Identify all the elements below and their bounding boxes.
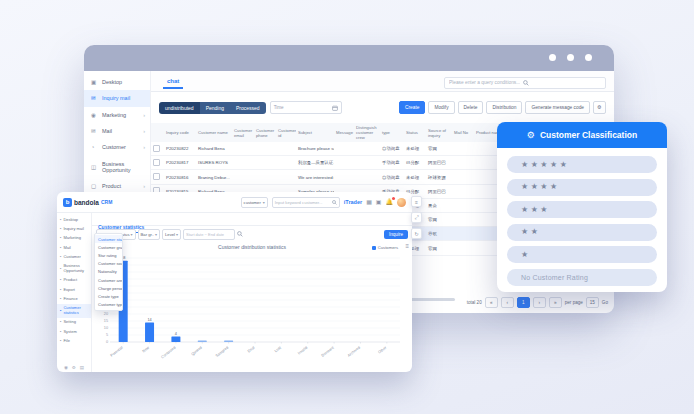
sidebar-item-marketing[interactable]: ◉Marketing›: [84, 107, 150, 123]
refresh-icon[interactable]: ↻: [411, 228, 422, 239]
tab-chat[interactable]: chat: [163, 76, 183, 89]
chart-sidebar-item-file[interactable]: ▪File: [57, 336, 91, 345]
dropdown-option-charge-person[interactable]: Charge person: [95, 284, 122, 292]
bell-icon[interactable]: 🔔: [386, 199, 394, 205]
dropdown-option-create-type[interactable]: Create type: [95, 292, 122, 300]
svg-text:Deal: Deal: [247, 346, 256, 354]
chart-legend[interactable]: Customers: [372, 245, 398, 250]
distribution-button[interactable]: Distribution: [486, 101, 522, 114]
chart-sidebar-item-customer-statistics[interactable]: ▪Customer statistics: [57, 304, 91, 318]
chart-sidebar-item-system[interactable]: ▪System: [57, 327, 91, 336]
dropdown-option-star-rating[interactable]: Star rating: [95, 251, 122, 259]
filter-undistributed[interactable]: undistributed: [159, 102, 200, 114]
rating-pill-1-star[interactable]: ★: [507, 246, 657, 263]
rating-pill-3-star[interactable]: ★★★: [507, 201, 657, 218]
chart-sidebar-item-product[interactable]: ▪Product: [57, 276, 91, 285]
dropdown-option-nationality[interactable]: Nationality: [95, 268, 122, 276]
cell-subject: Brochure please se...: [296, 142, 334, 156]
chevron-down-icon: ▾: [263, 200, 265, 205]
bullet-icon: ▪: [60, 246, 61, 250]
settings-gear-button[interactable]: ⚙: [593, 101, 606, 114]
sidebar-item-desktop[interactable]: ▣Desktop: [84, 74, 150, 90]
sidebar-item-mail[interactable]: ✉Mail›: [84, 123, 150, 139]
expand-icon[interactable]: ⤢: [411, 212, 422, 223]
create-button[interactable]: Create: [399, 101, 425, 114]
chart-sidebar-label: Customer statistics: [63, 306, 89, 315]
toolbar: undistributedPendingProcessed Time Creat…: [151, 92, 614, 123]
chart-sidebar-item-business-opportunity[interactable]: ▪Business Opportunity: [57, 262, 91, 276]
dropdown-option-customer-type[interactable]: Customer type: [95, 301, 122, 309]
user-icon[interactable]: ◉: [64, 365, 68, 370]
query-search-input[interactable]: Please enter a query conditions...: [444, 77, 606, 89]
notification-dot: [392, 197, 395, 200]
date-range-input[interactable]: Start date ~ End date: [183, 229, 235, 240]
level-select[interactable]: Level ▾: [162, 229, 181, 240]
dropdown-option-customer-grade[interactable]: Customer grade: [95, 243, 122, 251]
go-label[interactable]: Go: [602, 300, 608, 305]
sidebar-item-inquiry-mail[interactable]: ✉Inquiry mail: [84, 90, 150, 106]
keyword-search-input[interactable]: Input keyword customer...: [272, 197, 340, 208]
help-icon[interactable]: ▣: [376, 199, 382, 205]
page-size-select[interactable]: 15: [586, 297, 599, 308]
page-chip-1[interactable]: 1: [517, 297, 530, 308]
gear-icon[interactable]: ⚙: [72, 365, 76, 370]
filter-processed[interactable]: Processed: [230, 102, 266, 114]
svg-text:Lost: Lost: [274, 345, 283, 353]
row-checkbox[interactable]: [153, 173, 160, 180]
chart-sidebar-item-inquiry-mail[interactable]: ▪Inquiry mail: [57, 224, 91, 233]
dropdown-option-customer-area[interactable]: Customer area: [95, 276, 122, 284]
chart-sidebar-item-setting[interactable]: ▪Setting: [57, 318, 91, 327]
chart-sidebar-item-customer[interactable]: ▪Customer: [57, 253, 91, 262]
cell-mailno: [452, 198, 474, 212]
rating-pill-2-star[interactable]: ★★: [507, 224, 657, 241]
svg-text:Sampled: Sampled: [215, 346, 229, 358]
apps-grid-icon[interactable]: ▦: [366, 199, 372, 205]
chevron-right-icon: ›: [143, 112, 145, 118]
chart-type-select[interactable]: Bar gr.. ▾: [138, 229, 161, 240]
modify-button[interactable]: Modify: [428, 101, 454, 114]
brand-name: bandola: [74, 199, 99, 206]
delete-button[interactable]: Delete: [458, 101, 484, 114]
chevron-down-icon: ▾: [131, 232, 133, 237]
dropdown-option-customer-status[interactable]: Customer status: [95, 235, 122, 243]
page-chip-[interactable]: ‹: [501, 297, 514, 308]
cell-source: 展会: [426, 198, 452, 212]
rating-pill-no-rating[interactable]: No Customer Rating: [507, 269, 657, 286]
inquire-button[interactable]: Inquire: [384, 230, 408, 239]
scope-select[interactable]: customer ▾: [241, 197, 268, 208]
chart-sidebar-item-marketing[interactable]: ▪Marketing: [57, 234, 91, 243]
window-dot: [549, 54, 556, 61]
doc-icon[interactable]: ▤: [80, 365, 84, 370]
row-checkbox[interactable]: [153, 159, 160, 166]
chart-sidebar-item-export[interactable]: ▪Export: [57, 285, 91, 294]
search-icon[interactable]: [237, 231, 243, 237]
dropdown-option-customer-source[interactable]: Customer source: [95, 260, 122, 268]
chart-sidebar-item-desktop[interactable]: ▪Desktop: [57, 215, 91, 224]
sidebar-item-business-opportunity[interactable]: ◫Business Opportunity: [84, 156, 150, 179]
trader-link[interactable]: iTrader: [344, 199, 362, 205]
status-filter-group: undistributedPendingProcessed: [159, 102, 266, 114]
page-chip-[interactable]: »: [549, 297, 562, 308]
sidebar-item-customer[interactable]: ◔Customer›: [84, 139, 150, 155]
card-header: ⚙ Customer Classification: [497, 122, 667, 148]
product-icon: ▢: [91, 183, 98, 189]
rating-pills: ★★★★★★★★★★★★★★★No Customer Rating: [497, 148, 667, 286]
cell-message: [334, 156, 354, 170]
chart-sidebar-item-mail[interactable]: ▪Mail: [57, 243, 91, 252]
generate-message-code-button[interactable]: Generate message code: [525, 101, 590, 114]
page-chip-[interactable]: ›: [533, 297, 546, 308]
row-checkbox[interactable]: [153, 145, 160, 152]
marketing-icon: ◉: [91, 112, 98, 118]
chart-sidebar-item-finance[interactable]: ▪Finance: [57, 295, 91, 304]
filter-pending[interactable]: Pending: [200, 102, 230, 114]
chart-sidebar-label: Export: [63, 288, 75, 292]
cell-distinguish: [354, 170, 380, 184]
page-chip-[interactable]: «: [485, 297, 498, 308]
rating-pill-4-star[interactable]: ★★★★: [507, 179, 657, 196]
time-filter-input[interactable]: Time: [270, 101, 342, 114]
rating-pill-5-star[interactable]: ★★★★★: [507, 156, 657, 173]
topbar-controls: customer ▾ Input keyword customer... iTr…: [241, 197, 406, 208]
avatar[interactable]: [397, 198, 406, 207]
chart-menu-icon[interactable]: ≡: [405, 243, 409, 249]
menu-icon[interactable]: ≡: [411, 196, 422, 207]
